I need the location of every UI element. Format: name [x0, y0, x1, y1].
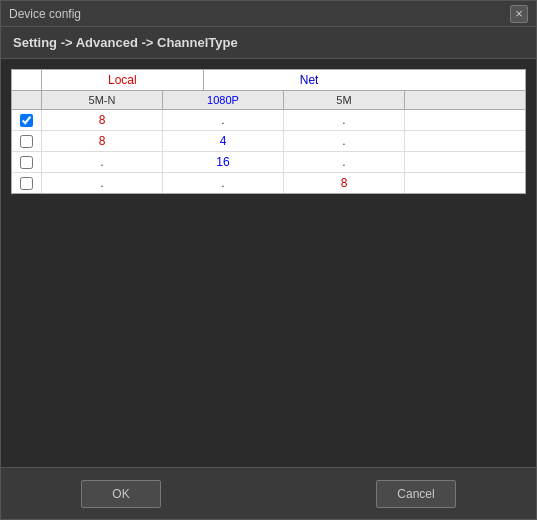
ok-button[interactable]: OK [81, 480, 161, 508]
row-1-c4 [405, 131, 525, 151]
row-1-c1: 8 [42, 131, 163, 151]
checkbox-spacer [12, 70, 42, 90]
net-category: Net [204, 70, 415, 90]
row-3-checkbox[interactable] [20, 177, 33, 190]
row-0-check[interactable] [12, 110, 42, 130]
main-window: Device config × Setting -> Advanced -> C… [0, 0, 537, 520]
row-0-checkbox[interactable] [20, 114, 33, 127]
table-row: 8 4 . [12, 131, 525, 152]
row-2-check[interactable] [12, 152, 42, 172]
local-category: Local [42, 70, 204, 90]
cancel-button[interactable]: Cancel [376, 480, 456, 508]
row-2-c2: 16 [163, 152, 284, 172]
row-3-c1: . [42, 173, 163, 193]
title-bar: Device config × [1, 1, 536, 27]
row-1-check[interactable] [12, 131, 42, 151]
window-title: Device config [9, 7, 81, 21]
row-1-checkbox[interactable] [20, 135, 33, 148]
content-area: Local Net 5M-N 1080P 5M 8 . . [1, 59, 536, 467]
close-button[interactable]: × [510, 5, 528, 23]
channel-type-table: Local Net 5M-N 1080P 5M 8 . . [11, 69, 526, 194]
table-row: 8 . . [12, 110, 525, 131]
row-2-c4 [405, 152, 525, 172]
row-1-c2: 4 [163, 131, 284, 151]
footer: OK Cancel [1, 467, 536, 519]
row-3-check[interactable] [12, 173, 42, 193]
breadcrumb: Setting -> Advanced -> ChannelType [1, 27, 536, 59]
row-0-c3: . [284, 110, 405, 130]
row-2-checkbox[interactable] [20, 156, 33, 169]
check-col-header [12, 91, 42, 109]
category-header-row: Local Net [12, 70, 525, 91]
row-2-c3: . [284, 152, 405, 172]
col-header-5m: 5M [284, 91, 405, 109]
col-header-1080p: 1080P [163, 91, 284, 109]
col-header-extra [405, 91, 525, 109]
row-0-c4 [405, 110, 525, 130]
row-0-c2: . [163, 110, 284, 130]
table-row: . . 8 [12, 173, 525, 193]
extra-category [415, 70, 525, 90]
column-header-row: 5M-N 1080P 5M [12, 91, 525, 110]
row-3-c3: 8 [284, 173, 405, 193]
table-row: . 16 . [12, 152, 525, 173]
row-1-c3: . [284, 131, 405, 151]
col-header-5mn: 5M-N [42, 91, 163, 109]
row-0-c1: 8 [42, 110, 163, 130]
row-3-c4 [405, 173, 525, 193]
row-2-c1: . [42, 152, 163, 172]
row-3-c2: . [163, 173, 284, 193]
